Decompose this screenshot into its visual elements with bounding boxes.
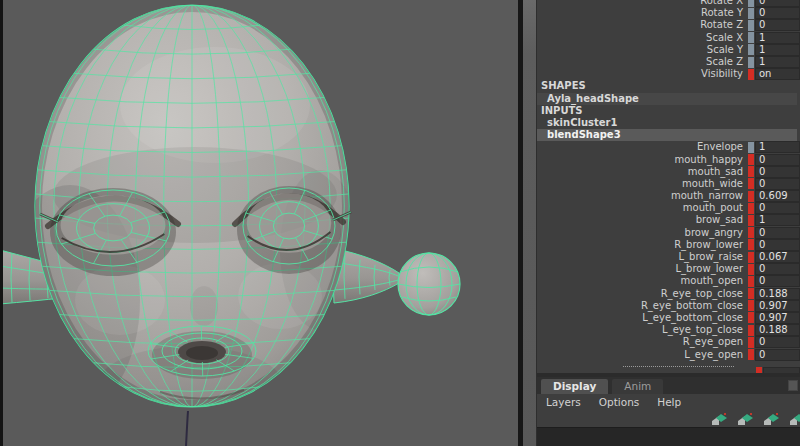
channel-value-field[interactable]: 1 (755, 32, 800, 44)
layer-action-icon-3[interactable] (763, 413, 781, 426)
keyed-channel-indicator[interactable] (748, 349, 754, 360)
channel-value-field[interactable]: 0.188 (755, 288, 800, 300)
channel-slider-handle[interactable] (748, 0, 754, 7)
channel-value-field[interactable]: 0 (755, 227, 800, 239)
channel-value-field[interactable]: 0 (755, 239, 800, 251)
channel-label[interactable]: L_eye_top_close (537, 324, 746, 336)
keyed-channel-indicator[interactable] (748, 300, 754, 311)
channel-label[interactable]: Envelope (537, 141, 746, 153)
channel-label[interactable]: R_eye_bottom_close (537, 300, 746, 312)
layer-action-icon-1[interactable] (711, 413, 729, 426)
channel-label[interactable]: Scale Z (537, 56, 746, 68)
keyed-channel-indicator[interactable] (748, 264, 754, 275)
channel-label[interactable]: mouth_open (537, 275, 746, 287)
channel-label[interactable]: mouth_sad (537, 166, 746, 178)
keyed-channel-indicator[interactable] (748, 203, 754, 214)
channel-label[interactable]: mouth_wide (537, 178, 746, 190)
tab-scroll-button[interactable] (788, 380, 798, 391)
channel-label[interactable]: R_eye_open (537, 336, 746, 348)
panel-scroll-strip[interactable] (523, 0, 537, 446)
channel-value-field[interactable]: 0 (755, 178, 800, 190)
layer-editor-tabs: DisplayAnim (537, 377, 800, 394)
channel-value-field[interactable]: 0.188 (755, 324, 800, 336)
channel-label[interactable]: L_brow_raise (537, 251, 746, 263)
keyed-channel-indicator[interactable] (748, 276, 754, 287)
keyed-channel-indicator[interactable] (748, 239, 754, 250)
channel-slider-handle[interactable] (748, 142, 754, 153)
channel-value-field[interactable]: 0 (755, 263, 800, 275)
channel-label[interactable]: mouth_pout (537, 202, 746, 214)
channel-value-field[interactable]: 0 (755, 7, 800, 19)
channel-label[interactable]: brow_sad (537, 214, 746, 226)
menu-layers[interactable]: Layers (537, 394, 590, 411)
tab-display[interactable]: Display (541, 379, 608, 394)
keyed-channel-indicator[interactable] (748, 166, 754, 177)
channel-value-field[interactable]: 1 (755, 141, 800, 153)
keyed-channel-indicator[interactable] (748, 178, 754, 189)
keyed-channel-indicator[interactable] (748, 154, 754, 165)
channel-slider-handle[interactable] (748, 44, 754, 55)
tab-anim[interactable]: Anim (612, 379, 663, 394)
node-name[interactable]: Ayla_headShape (537, 93, 797, 105)
channel-label[interactable]: R_eye_top_close (537, 288, 746, 300)
channel-label[interactable]: mouth_narrow (537, 190, 746, 202)
channel-value-field[interactable]: 1 (755, 44, 800, 56)
menu-help[interactable]: Help (648, 394, 690, 411)
channel-value-field[interactable]: 0 (755, 19, 800, 31)
viewport-3d[interactable] (0, 0, 518, 446)
layer-list[interactable] (537, 427, 800, 446)
channel-value-field[interactable]: 0 (755, 336, 800, 348)
menu-options[interactable]: Options (590, 394, 649, 411)
keyed-channel-indicator[interactable] (748, 288, 754, 299)
node-name[interactable]: skinCluster1 (537, 117, 797, 129)
channel-slider-handle[interactable] (748, 32, 754, 43)
channel-value-field[interactable]: 0.907 (755, 312, 800, 324)
keyed-channel-indicator[interactable] (748, 325, 754, 336)
keyed-channel-indicator[interactable] (748, 337, 754, 348)
channel-label[interactable]: L_eye_bottom_close (537, 312, 746, 324)
keyed-channel-indicator[interactable] (748, 312, 754, 323)
layer-action-icon-4[interactable] (789, 413, 800, 426)
channel-label[interactable]: brow_angry (537, 227, 746, 239)
channel-label[interactable]: Rotate Y (537, 7, 746, 19)
keyed-channel-indicator[interactable] (748, 215, 754, 226)
channel-label[interactable]: Visibility (537, 68, 746, 80)
channel-row: mouth_wide0 (537, 178, 800, 190)
channel-row: mouth_narrow0.609 (537, 190, 800, 202)
channel-row: L_eye_open0 (537, 348, 800, 360)
channel-value-field[interactable]: 0 (755, 202, 800, 214)
channel-label[interactable]: Scale X (537, 32, 746, 44)
channel-value-field[interactable]: 0.067 (755, 251, 800, 263)
channel-value-field[interactable]: 0 (755, 154, 800, 166)
channel-value-field[interactable]: 1 (755, 56, 800, 68)
channel-value-field[interactable]: 0 (755, 349, 800, 361)
channel-label[interactable]: R_brow_lower (537, 239, 746, 251)
keyed-channel-indicator[interactable] (748, 69, 754, 80)
channel-row: L_brow_lower0 (537, 263, 800, 275)
channel-label[interactable]: Rotate Z (537, 19, 746, 31)
channel-row: Scale X1 (537, 32, 800, 44)
channel-row: Scale Z1 (537, 56, 800, 68)
channel-value-field[interactable]: on (755, 68, 800, 80)
channel-value-field[interactable]: 0.609 (755, 190, 800, 202)
channel-label[interactable]: mouth_happy (537, 154, 746, 166)
channel-value-field[interactable]: 0 (755, 275, 800, 287)
channel-value-field[interactable]: 0 (755, 166, 800, 178)
channel-slider-handle[interactable] (748, 57, 754, 68)
node-name[interactable]: blendShape3 (537, 129, 797, 141)
keyed-channel-indicator[interactable] (748, 191, 754, 202)
keyed-channel-indicator[interactable] (748, 252, 754, 263)
channel-slider-handle[interactable] (748, 20, 754, 31)
keyed-channel-indicator[interactable] (748, 227, 754, 238)
channel-row: Scale Y1 (537, 44, 800, 56)
channel-value-field[interactable]: 1 (755, 214, 800, 226)
channel-value-field[interactable]: 0 (755, 0, 800, 7)
layer-action-icon-2[interactable] (737, 413, 755, 426)
channel-label[interactable]: L_eye_open (537, 349, 746, 361)
channel-label[interactable]: L_brow_lower (537, 263, 746, 275)
channel-value-field[interactable]: 0.907 (755, 300, 800, 312)
channel-label[interactable]: Rotate X (537, 0, 746, 7)
channel-slider-handle[interactable] (748, 8, 754, 19)
channel-label[interactable]: Scale Y (537, 44, 746, 56)
channel-row-clipped (537, 361, 800, 373)
